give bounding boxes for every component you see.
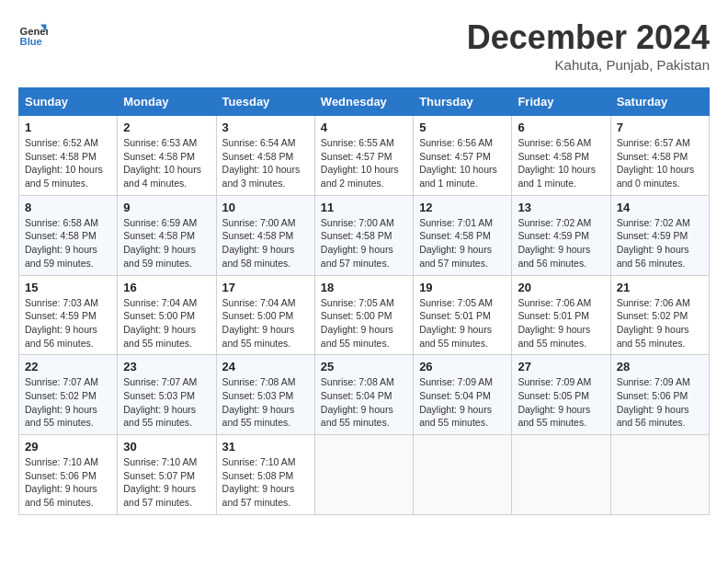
calendar-week-row: 22 Sunrise: 7:07 AM Sunset: 5:02 PM Dayl… (19, 355, 710, 435)
calendar-day-cell: 22 Sunrise: 7:07 AM Sunset: 5:02 PM Dayl… (19, 355, 118, 435)
calendar-table: SundayMondayTuesdayWednesdayThursdayFrid… (18, 87, 710, 515)
day-info: Sunrise: 7:09 AM Sunset: 5:04 PM Dayligh… (419, 375, 506, 430)
calendar-week-row: 1 Sunrise: 6:52 AM Sunset: 4:58 PM Dayli… (19, 116, 710, 196)
calendar-day-cell: 23 Sunrise: 7:07 AM Sunset: 5:03 PM Dayl… (118, 355, 216, 435)
day-info: Sunrise: 6:54 AM Sunset: 4:58 PM Dayligh… (222, 136, 309, 190)
day-info: Sunrise: 7:07 AM Sunset: 5:03 PM Dayligh… (123, 375, 210, 430)
day-info: Sunrise: 7:02 AM Sunset: 4:59 PM Dayligh… (617, 216, 703, 270)
day-info: Sunrise: 7:01 AM Sunset: 4:58 PM Dayligh… (419, 216, 506, 270)
day-info: Sunrise: 7:06 AM Sunset: 5:02 PM Dayligh… (617, 296, 703, 350)
day-info: Sunrise: 7:06 AM Sunset: 5:01 PM Dayligh… (518, 296, 604, 350)
calendar-day-cell: 4 Sunrise: 6:55 AM Sunset: 4:57 PM Dayli… (314, 116, 413, 196)
day-number: 10 (222, 201, 309, 214)
day-info: Sunrise: 7:03 AM Sunset: 4:59 PM Dayligh… (25, 296, 111, 350)
month-title: December 2024 (467, 18, 710, 57)
day-number: 2 (123, 121, 210, 134)
weekday-header: Friday (512, 88, 610, 116)
day-info: Sunrise: 6:57 AM Sunset: 4:58 PM Dayligh… (617, 136, 703, 190)
calendar-day-cell: 9 Sunrise: 6:59 AM Sunset: 4:58 PM Dayli… (118, 195, 216, 275)
calendar-day-cell: 20 Sunrise: 7:06 AM Sunset: 5:01 PM Dayl… (512, 275, 610, 355)
day-number: 21 (617, 281, 703, 294)
calendar-day-cell: 28 Sunrise: 7:09 AM Sunset: 5:06 PM Dayl… (610, 355, 709, 435)
day-info: Sunrise: 7:10 AM Sunset: 5:07 PM Dayligh… (123, 455, 210, 510)
calendar-day-cell: 26 Sunrise: 7:09 AM Sunset: 5:04 PM Dayl… (414, 355, 512, 435)
calendar-day-cell: 8 Sunrise: 6:58 AM Sunset: 4:58 PM Dayli… (19, 195, 118, 275)
weekday-header-row: SundayMondayTuesdayWednesdayThursdayFrid… (19, 88, 710, 116)
day-info: Sunrise: 7:04 AM Sunset: 5:00 PM Dayligh… (123, 296, 210, 350)
day-info: Sunrise: 7:07 AM Sunset: 5:02 PM Dayligh… (25, 375, 111, 430)
svg-text:Blue: Blue (20, 36, 42, 47)
calendar-day-cell: 30 Sunrise: 7:10 AM Sunset: 5:07 PM Dayl… (118, 435, 216, 515)
calendar-day-cell: 12 Sunrise: 7:01 AM Sunset: 4:58 PM Dayl… (414, 195, 512, 275)
calendar-week-row: 15 Sunrise: 7:03 AM Sunset: 4:59 PM Dayl… (19, 275, 710, 355)
day-info: Sunrise: 6:55 AM Sunset: 4:57 PM Dayligh… (321, 136, 407, 190)
day-number: 3 (222, 121, 309, 134)
weekday-header: Monday (118, 88, 216, 116)
day-number: 20 (518, 281, 604, 294)
day-info: Sunrise: 6:59 AM Sunset: 4:58 PM Dayligh… (123, 216, 210, 270)
calendar-day-cell: 13 Sunrise: 7:02 AM Sunset: 4:59 PM Dayl… (512, 195, 610, 275)
day-number: 31 (222, 440, 309, 454)
day-number: 5 (419, 121, 506, 134)
day-number: 15 (25, 281, 111, 294)
day-number: 26 (419, 360, 506, 373)
weekday-header: Wednesday (314, 88, 413, 116)
calendar-day-cell: 3 Sunrise: 6:54 AM Sunset: 4:58 PM Dayli… (216, 116, 314, 196)
weekday-header: Thursday (414, 88, 512, 116)
day-number: 16 (123, 281, 210, 294)
day-info: Sunrise: 7:04 AM Sunset: 5:00 PM Dayligh… (222, 296, 309, 350)
day-info: Sunrise: 7:10 AM Sunset: 5:08 PM Dayligh… (222, 455, 309, 510)
calendar-day-cell: 5 Sunrise: 6:56 AM Sunset: 4:57 PM Dayli… (414, 116, 512, 196)
calendar-day-cell: 15 Sunrise: 7:03 AM Sunset: 4:59 PM Dayl… (19, 275, 118, 355)
page-header: General Blue December 2024 Kahuta, Punja… (18, 18, 710, 73)
day-info: Sunrise: 7:00 AM Sunset: 4:58 PM Dayligh… (321, 216, 407, 270)
day-info: Sunrise: 6:53 AM Sunset: 4:58 PM Dayligh… (123, 136, 210, 190)
calendar-day-cell: 21 Sunrise: 7:06 AM Sunset: 5:02 PM Dayl… (610, 275, 709, 355)
calendar-day-cell: 18 Sunrise: 7:05 AM Sunset: 5:00 PM Dayl… (314, 275, 413, 355)
calendar-day-cell: 24 Sunrise: 7:08 AM Sunset: 5:03 PM Dayl… (216, 355, 314, 435)
day-number: 23 (123, 360, 210, 373)
day-number: 27 (518, 360, 604, 373)
calendar-day-cell: 31 Sunrise: 7:10 AM Sunset: 5:08 PM Dayl… (216, 435, 314, 515)
day-number: 30 (123, 440, 210, 454)
calendar-day-cell: 11 Sunrise: 7:00 AM Sunset: 4:58 PM Dayl… (314, 195, 413, 275)
day-number: 9 (123, 201, 210, 214)
day-info: Sunrise: 7:09 AM Sunset: 5:05 PM Dayligh… (518, 375, 604, 430)
day-info: Sunrise: 7:05 AM Sunset: 5:01 PM Dayligh… (419, 296, 506, 350)
calendar-week-row: 29 Sunrise: 7:10 AM Sunset: 5:06 PM Dayl… (19, 435, 710, 515)
day-info: Sunrise: 7:08 AM Sunset: 5:04 PM Dayligh… (321, 375, 407, 430)
day-info: Sunrise: 7:00 AM Sunset: 4:58 PM Dayligh… (222, 216, 309, 270)
day-number: 4 (321, 121, 407, 134)
calendar-day-cell (314, 435, 413, 515)
day-number: 1 (25, 121, 111, 134)
day-number: 19 (419, 281, 506, 294)
calendar-day-cell (414, 435, 512, 515)
day-number: 24 (222, 360, 309, 373)
day-number: 17 (222, 281, 309, 294)
day-number: 6 (518, 121, 604, 134)
calendar-week-row: 8 Sunrise: 6:58 AM Sunset: 4:58 PM Dayli… (19, 195, 710, 275)
day-number: 14 (617, 201, 703, 214)
day-number: 8 (25, 201, 111, 214)
calendar-day-cell: 2 Sunrise: 6:53 AM Sunset: 4:58 PM Dayli… (118, 116, 216, 196)
day-info: Sunrise: 7:05 AM Sunset: 5:00 PM Dayligh… (321, 296, 407, 350)
calendar-day-cell: 10 Sunrise: 7:00 AM Sunset: 4:58 PM Dayl… (216, 195, 314, 275)
weekday-header: Tuesday (216, 88, 314, 116)
calendar-day-cell: 17 Sunrise: 7:04 AM Sunset: 5:00 PM Dayl… (216, 275, 314, 355)
weekday-header: Sunday (19, 88, 118, 116)
calendar-day-cell: 1 Sunrise: 6:52 AM Sunset: 4:58 PM Dayli… (19, 116, 118, 196)
calendar-day-cell: 27 Sunrise: 7:09 AM Sunset: 5:05 PM Dayl… (512, 355, 610, 435)
day-info: Sunrise: 6:56 AM Sunset: 4:57 PM Dayligh… (419, 136, 506, 190)
day-info: Sunrise: 6:52 AM Sunset: 4:58 PM Dayligh… (25, 136, 111, 190)
day-number: 29 (25, 440, 111, 454)
calendar-day-cell: 6 Sunrise: 6:56 AM Sunset: 4:58 PM Dayli… (512, 116, 610, 196)
day-number: 11 (321, 201, 407, 214)
title-block: December 2024 Kahuta, Punjab, Pakistan (467, 18, 710, 73)
day-number: 28 (617, 360, 703, 373)
day-number: 22 (25, 360, 111, 373)
day-info: Sunrise: 6:58 AM Sunset: 4:58 PM Dayligh… (25, 216, 111, 270)
day-number: 13 (518, 201, 604, 214)
day-number: 25 (321, 360, 407, 373)
day-number: 18 (321, 281, 407, 294)
calendar-day-cell (512, 435, 610, 515)
